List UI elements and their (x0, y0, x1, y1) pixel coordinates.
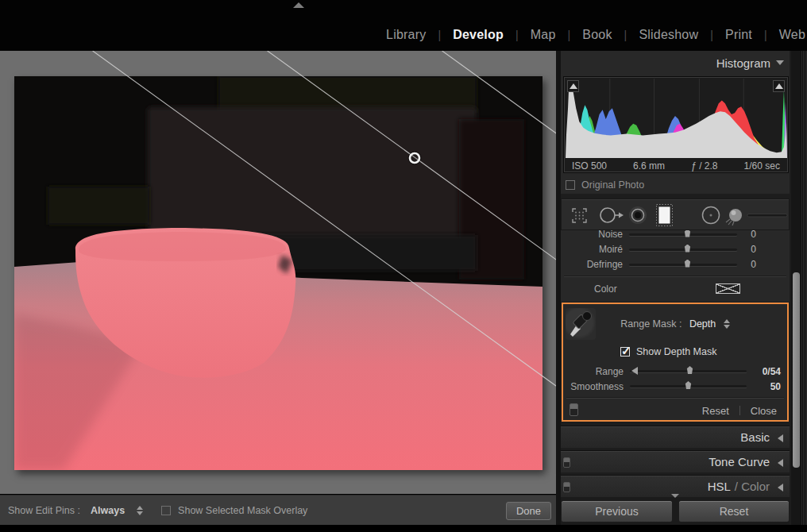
mask-onoff-switch[interactable] (570, 403, 578, 416)
lightroom-window: Library | Develop | Map | Book | Slidesh… (0, 0, 807, 532)
moire-slider-track[interactable] (629, 249, 737, 251)
defringe-slider-track[interactable] (629, 264, 737, 266)
panel-collapse-icon[interactable] (671, 494, 679, 498)
range-mask-panel: Range Mask : Depth Show Depth Mask Range… (562, 303, 789, 422)
dropdown-spinner-icon[interactable] (723, 319, 730, 329)
tool-strip (561, 199, 790, 230)
hsl-onoff-switch[interactable] (563, 482, 570, 492)
defringe-label: Defringe (561, 259, 623, 270)
cup-rim (79, 232, 286, 261)
original-photo-label: Original Photo (581, 179, 644, 191)
panel-scrollbar (791, 51, 807, 526)
range-slider-min-knob[interactable] (631, 367, 638, 375)
close-mask-button[interactable]: Close (740, 405, 787, 417)
nav-slideshow[interactable]: Slideshow (639, 28, 698, 42)
spot-removal-tool-icon[interactable] (600, 208, 624, 222)
show-selected-mask-overlay-label: Show Selected Mask Overlay (178, 505, 307, 516)
histogram-panel: ISO 500 6.6 mm ƒ / 2.8 1/60 sec Original… (561, 75, 790, 194)
range-label: Range (563, 366, 624, 377)
smoothness-slider-track[interactable] (630, 385, 747, 387)
top-panel-collapse-icon[interactable] (293, 2, 304, 8)
show-selected-mask-overlay-checkbox[interactable] (161, 506, 171, 515)
histogram-panel-header[interactable]: Histogram (561, 51, 790, 75)
scrollbar-thumb[interactable] (793, 272, 800, 468)
dropdown-spinner-icon[interactable] (136, 506, 143, 515)
done-button[interactable]: Done (506, 502, 551, 520)
color-row: Color (561, 281, 790, 299)
chevron-left-icon (778, 459, 783, 467)
show-edit-pins-dropdown[interactable]: Always (91, 505, 125, 516)
histogram-title: Histogram (716, 56, 770, 70)
range-mask-label: Range Mask : (620, 318, 682, 330)
range-mask-type-dropdown[interactable]: Depth (689, 318, 716, 330)
crop-tool-icon[interactable] (573, 209, 586, 222)
smoothness-value: 50 (753, 381, 781, 392)
nav-divider: | (438, 29, 441, 42)
toolbar: Show Edit Pins : Always Show Selected Ma… (0, 495, 556, 525)
range-mask-type-row: Range Mask : Depth (563, 318, 787, 331)
photo-depth-mask-preview[interactable] (14, 76, 543, 470)
show-edit-pins-label: Show Edit Pins : (8, 505, 80, 516)
tone-curve-panel-label: Tone Curve (709, 455, 770, 468)
color-swatch[interactable] (716, 283, 740, 294)
nav-web[interactable]: Web (779, 28, 805, 42)
moire-slider-row: Moiré 0 (561, 242, 790, 256)
iso-value: ISO 500 (572, 160, 607, 172)
histogram-box[interactable]: ISO 500 6.6 mm ƒ / 2.8 1/60 sec (563, 76, 789, 173)
defringe-slider-knob[interactable] (684, 260, 691, 268)
nav-divider: | (567, 29, 570, 42)
show-depth-mask-row: Show Depth Mask (620, 345, 716, 357)
chevron-left-icon (778, 434, 783, 442)
panel-edge-grip[interactable] (801, 51, 807, 526)
exif-info-row: ISO 500 6.6 mm ƒ / 2.8 1/60 sec (572, 159, 780, 173)
original-photo-checkbox[interactable] (566, 180, 575, 190)
shadow-clipping-button[interactable] (567, 80, 579, 92)
top-bar: Library | Develop | Map | Book | Slidesh… (0, 0, 807, 51)
tone-curve-onoff-switch[interactable] (563, 457, 570, 468)
range-slider-max-knob[interactable] (686, 366, 693, 374)
basic-panel-header[interactable]: Basic (561, 426, 790, 448)
nav-divider: | (764, 29, 767, 42)
show-depth-mask-label: Show Depth Mask (636, 346, 716, 357)
adjustment-brush-tool-icon[interactable] (726, 209, 787, 226)
reset-mask-button[interactable]: Reset (692, 405, 739, 417)
module-picker: Library | Develop | Map | Book | Slidesh… (386, 0, 805, 51)
graduated-filter-tool-icon-active[interactable] (657, 205, 673, 226)
nav-divider: | (624, 29, 627, 42)
develop-canvas (0, 51, 556, 494)
tone-curve-panel-header[interactable]: Tone Curve (561, 450, 790, 472)
radial-filter-tool-icon[interactable] (703, 207, 720, 224)
bottom-edge (0, 525, 807, 532)
right-panel: Histogram (561, 51, 791, 526)
smoothness-slider-row: Smoothness 50 (563, 380, 787, 392)
moire-slider-knob[interactable] (684, 245, 691, 253)
smoothness-slider-knob[interactable] (685, 381, 692, 389)
color-label: Color (594, 283, 617, 295)
nav-develop[interactable]: Develop (453, 28, 504, 42)
highlight-clipping-icon (775, 83, 783, 89)
chevron-left-icon (778, 484, 783, 492)
nav-print[interactable]: Print (725, 28, 752, 42)
nav-book[interactable]: Book (582, 28, 612, 42)
range-slider-track[interactable] (630, 370, 747, 372)
original-photo-row: Original Photo (566, 179, 644, 191)
brush-size-slider[interactable] (747, 214, 787, 217)
moire-value: 0 (743, 244, 756, 255)
red-eye-tool-icon[interactable] (629, 206, 647, 224)
detail-sliders-section: Noise 0 Moiré 0 Defringe 0 Color (561, 227, 790, 302)
nav-library[interactable]: Library (386, 28, 426, 42)
nav-map[interactable]: Map (531, 28, 556, 42)
panel-button-zone: Previous Reset (561, 497, 790, 526)
reset-button[interactable]: Reset (678, 500, 790, 522)
previous-button[interactable]: Previous (561, 500, 673, 522)
section-divider (564, 276, 786, 276)
highlight-clipping-button[interactable] (773, 80, 785, 92)
noise-slider-track[interactable] (629, 233, 737, 236)
moire-label: Moiré (561, 244, 623, 255)
show-depth-mask-checkbox[interactable] (620, 347, 630, 357)
range-value: 0/54 (753, 366, 781, 377)
hsl-panel-label-suffix: / Color (735, 480, 770, 493)
section-divider (566, 397, 784, 398)
smoothness-label: Smoothness (563, 381, 624, 392)
range-mask-footer: Reset Close (563, 401, 787, 420)
